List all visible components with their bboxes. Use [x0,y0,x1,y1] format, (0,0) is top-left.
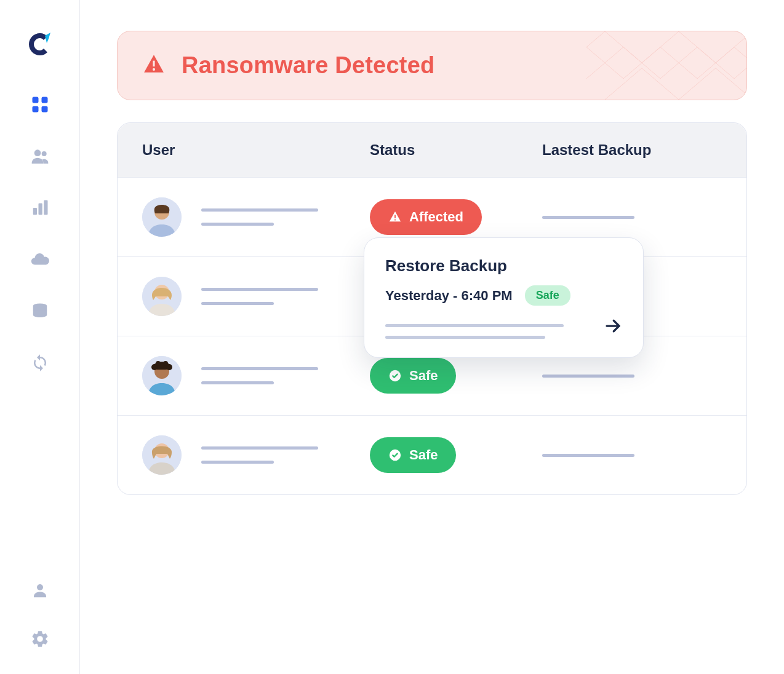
svg-point-12 [153,68,155,70]
safe-badge: Safe [525,285,570,306]
main-content: Ransomware Detected User Status Lastest … [80,0,784,674]
column-header-status: Status [370,141,542,159]
table-row[interactable]: Safe [118,415,746,494]
status-badge-safe: Safe [370,358,456,394]
backup-timestamp: Yesterday - 6:40 PM [385,288,513,304]
svg-point-10 [37,584,43,590]
user-name-placeholder [201,288,318,305]
status-badge-affected: Affected [370,199,482,235]
svg-rect-3 [41,106,47,113]
check-circle-icon [388,448,402,462]
status-label: Safe [409,447,438,463]
nav-primary [30,94,50,373]
nav-secondary [30,580,50,649]
status-label: Safe [409,368,438,384]
backup-placeholder [542,216,722,219]
user-name-placeholder [201,208,318,226]
nav-users[interactable] [30,146,50,167]
warning-icon [388,210,402,224]
users-table: User Status Lastest Backup [117,122,747,495]
avatar [142,197,182,237]
ransomware-alert: Ransomware Detected [117,31,747,100]
popover-detail-placeholder [385,324,564,339]
nav-cloud[interactable] [30,249,50,270]
svg-point-24 [156,361,161,366]
alert-pattern-decoration [586,31,746,100]
svg-rect-0 [32,97,38,103]
user-name-placeholder [201,367,318,384]
column-header-backup: Lastest Backup [542,141,722,159]
nav-storage[interactable] [30,301,50,322]
avatar [142,356,182,395]
sidebar [0,0,80,674]
check-circle-icon [388,369,402,383]
avatar [142,435,182,475]
svg-rect-11 [153,60,154,66]
svg-rect-6 [33,208,36,215]
svg-rect-8 [44,200,47,215]
svg-point-4 [34,149,41,156]
table-header: User Status Lastest Backup [118,123,746,177]
svg-rect-2 [32,106,38,113]
svg-rect-1 [41,97,47,103]
table-row[interactable]: Restore Backup Yesterday - 6:40 PM Safe [118,256,746,336]
app-logo [26,31,54,60]
backup-placeholder [542,375,722,378]
svg-point-5 [41,151,46,156]
status-label: Affected [409,209,463,225]
alert-title: Ransomware Detected [182,52,434,79]
column-header-user: User [142,141,370,159]
avatar [142,277,182,316]
backup-placeholder [542,454,722,457]
popover-title: Restore Backup [385,256,622,276]
nav-sync[interactable] [30,352,50,373]
restore-arrow-button[interactable] [604,317,622,338]
svg-point-25 [163,361,168,366]
nav-profile[interactable] [30,580,50,601]
svg-rect-7 [38,204,42,215]
warning-icon [142,53,166,79]
user-name-placeholder [201,446,318,464]
svg-rect-15 [394,215,396,218]
nav-dashboard[interactable] [30,94,50,115]
status-badge-safe: Safe [370,437,456,473]
restore-backup-popover: Restore Backup Yesterday - 6:40 PM Safe [364,237,644,358]
svg-point-16 [394,219,396,220]
nav-settings[interactable] [30,628,50,649]
nav-analytics[interactable] [30,197,50,218]
